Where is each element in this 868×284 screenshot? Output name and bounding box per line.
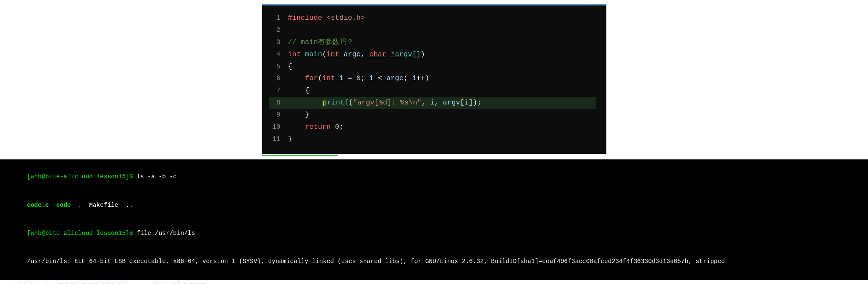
line-num-3: 3 xyxy=(269,37,281,48)
code-content-7: { xyxy=(288,85,309,97)
line-num-10: 10 xyxy=(269,122,281,133)
code-line-5: 5 { xyxy=(269,61,596,73)
code-content-2 xyxy=(288,24,292,36)
line-num-7: 7 xyxy=(269,85,281,96)
terminal-code: code xyxy=(56,202,71,208)
terminal-line-2: code.c code . Makefile .. xyxy=(5,191,863,219)
code-content-5: { xyxy=(288,61,292,73)
code-content-8: printf("argv[%d]: %s\n", i, argv[i]); xyxy=(288,97,482,109)
code-content-9: } xyxy=(288,109,309,121)
line-num-11: 11 xyxy=(269,134,281,145)
code-content-1: #include <stdio.h> xyxy=(288,12,365,24)
terminal-prompt-3: [whb@bite-alicloud lesson15]$ xyxy=(27,230,133,237)
green-bar xyxy=(262,155,338,156)
code-line-11: 11 } xyxy=(269,133,596,146)
terminal-output-4: /usr/bin/ls: ELF 64-bit LSB executable, … xyxy=(27,258,725,265)
terminal-section: [whb@bite-alicloud lesson15]$ ls -a -b -… xyxy=(0,159,868,280)
code-line-3: 3 // main有参数吗？ xyxy=(269,36,596,49)
line-num-8: 8 xyxy=(269,97,281,109)
line-num-4: 4 xyxy=(269,49,281,60)
line-num-1: 1 xyxy=(269,13,281,24)
code-content-3: // main有参数吗？ xyxy=(288,36,354,49)
terminal-output-2b: . Makefile .. xyxy=(71,202,133,208)
code-content-10: return 0; xyxy=(288,121,344,133)
terminal-line-1: [whb@bite-alicloud lesson15]$ ls -a -b -… xyxy=(5,163,863,191)
code-content-11: } xyxy=(288,133,292,146)
code-line-6: 6 for(int i = 0; i < argc; i++) xyxy=(269,73,596,85)
code-line-2: 2 xyxy=(269,24,596,36)
code-section: 1 #include <stdio.h> 2 3 // main有参数吗？ 4 … xyxy=(0,0,868,154)
footer-section: main的命令行参数，是实现程序不同功能的方法！！ ↗ 指令选项的实现原理！ C… xyxy=(0,280,868,284)
terminal-prompt-1: [whb@bite-alicloud lesson15]$ xyxy=(27,173,133,180)
code-content-6: for(int i = 0; i < argc; i++) xyxy=(288,73,430,85)
terminal-cmd-3: file /usr/bin/ls xyxy=(133,230,195,237)
terminal-cmd-1: ls -a -b -c xyxy=(133,173,177,180)
code-line-10: 10 return 0; xyxy=(269,121,596,133)
line-num-5: 5 xyxy=(269,61,281,73)
separator-area xyxy=(0,154,868,156)
page-wrapper: 1 #include <stdio.h> 2 3 // main有参数吗？ 4 … xyxy=(0,0,868,284)
line-num-2: 2 xyxy=(269,25,281,36)
terminal-code-c: code.c xyxy=(27,202,49,208)
code-line-1: 1 #include <stdio.h> xyxy=(269,12,596,24)
code-line-8: 8 printf("argv[%d]: %s\n", i, argv[i]); xyxy=(269,97,596,109)
code-line-4: 4 int main(int argc, char *argv[]) xyxy=(269,49,596,61)
code-block: 1 #include <stdio.h> 2 3 // main有参数吗？ 4 … xyxy=(262,4,606,154)
line-num-9: 9 xyxy=(269,109,281,121)
code-line-9: 9 } xyxy=(269,109,596,121)
code-line-7: 7 { xyxy=(269,85,596,97)
terminal-output-2a xyxy=(49,202,56,208)
line-num-6: 6 xyxy=(269,73,281,84)
terminal-line-4: /usr/bin/ls: ELF 64-bit LSB executable, … xyxy=(5,248,863,276)
code-content-4: int main(int argc, char *argv[]) xyxy=(288,49,425,61)
terminal-line-3: [whb@bite-alicloud lesson15]$ file /usr/… xyxy=(5,219,863,248)
